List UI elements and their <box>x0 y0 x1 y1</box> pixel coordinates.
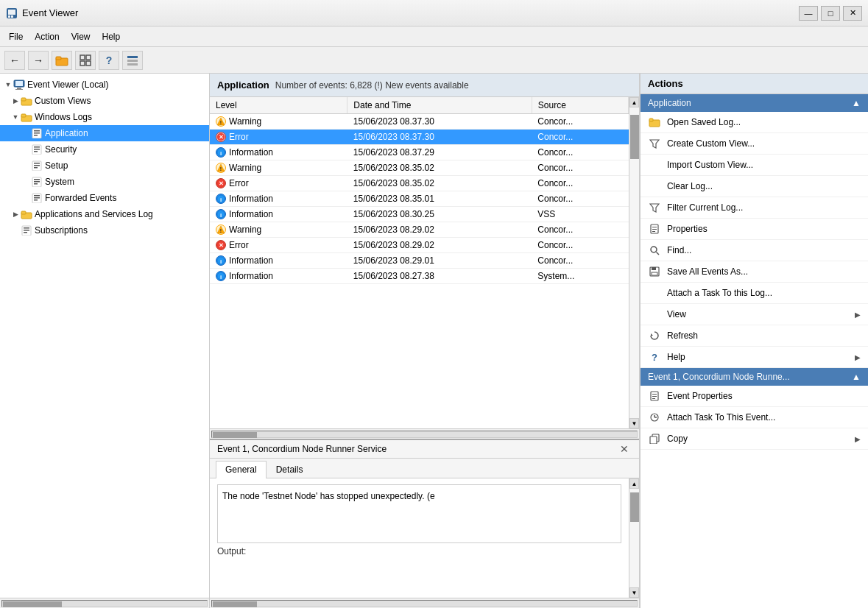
tree-item-security[interactable]: Security <box>0 141 209 158</box>
h-scroll-thumb[interactable] <box>3 601 62 607</box>
table-row[interactable]: !Warning15/06/2023 08.29.02Concor... <box>210 222 629 238</box>
action-properties[interactable]: Properties <box>641 219 868 240</box>
detail-h-scrollbar[interactable] <box>210 598 639 608</box>
view-button[interactable] <box>122 51 143 70</box>
detail-scroll-thumb[interactable] <box>630 492 639 522</box>
cell-datetime: 15/06/2023 08.29.01 <box>347 253 532 269</box>
detail-h-thumb[interactable] <box>213 601 257 607</box>
table-row[interactable]: iInformation15/06/2023 08.27.38System... <box>210 269 629 284</box>
scroll-thumb[interactable] <box>630 115 639 159</box>
action-event-properties[interactable]: Event Properties <box>641 386 868 407</box>
minimize-button[interactable]: — <box>799 6 818 21</box>
detail-title: Event 1, Concordium Node Runner Service <box>217 444 387 454</box>
level-text: Information <box>229 209 273 219</box>
tab-details[interactable]: Details <box>267 461 313 478</box>
detail-scroll-down[interactable]: ▼ <box>629 587 639 598</box>
window-controls[interactable]: — □ ✕ <box>799 6 862 21</box>
tree-h-scrollbar[interactable] <box>0 598 209 608</box>
cell-source: Concor... <box>532 145 628 160</box>
tree-item-app-services[interactable]: ▶ Applications and Services Log <box>0 206 209 222</box>
menu-action[interactable]: Action <box>29 29 65 44</box>
action-find[interactable]: Find... <box>641 240 868 261</box>
table-row[interactable]: iInformation15/06/2023 08.35.01Concor... <box>210 191 629 207</box>
help-arrow-icon: ▶ <box>855 353 861 361</box>
find-icon <box>648 244 661 257</box>
tab-general[interactable]: General <box>216 461 267 478</box>
tree-item-application[interactable]: Application <box>0 125 209 141</box>
level-icon: ! <box>216 116 226 127</box>
scroll-down-btn[interactable]: ▼ <box>629 418 639 428</box>
cell-level: iInformation <box>210 145 347 160</box>
action-open-saved-log[interactable]: Open Saved Log... <box>641 112 868 133</box>
svg-text:!: ! <box>220 120 222 125</box>
table-row[interactable]: ✕Error15/06/2023 08.37.30Concor... <box>210 130 629 145</box>
action-save-all-events[interactable]: Save All Events As... <box>641 261 868 283</box>
tree-item-custom-views[interactable]: ▶ Custom Views <box>0 93 209 109</box>
cell-source: Concor... <box>532 222 628 238</box>
maximize-button[interactable]: □ <box>821 6 840 21</box>
tree-item-forwarded[interactable]: Forwarded Events <box>0 190 209 206</box>
tree-item-root[interactable]: ▼ Event Viewer (Local) <box>0 77 209 93</box>
action-view[interactable]: View ▶ <box>641 304 868 325</box>
event-table: Level Date and Time Source !Warning15/06… <box>210 97 629 284</box>
tree-item-windows-logs[interactable]: ▼ Windows Logs <box>0 109 209 125</box>
table-row[interactable]: !Warning15/06/2023 08.35.02Concor... <box>210 160 629 176</box>
cell-level: ✕Error <box>210 130 347 145</box>
table-row[interactable]: iInformation15/06/2023 08.30.25VSS <box>210 207 629 222</box>
menu-file[interactable]: File <box>3 29 29 44</box>
action-filter-current-log[interactable]: Filter Current Log... <box>641 197 868 219</box>
action-refresh[interactable]: Refresh <box>641 325 868 347</box>
detail-close-button[interactable]: ✕ <box>617 443 632 455</box>
action-clear-log[interactable]: Clear Log... <box>641 176 868 197</box>
svg-rect-2 <box>8 15 10 18</box>
action-import-custom-view[interactable]: Import Custom View... <box>641 155 868 176</box>
menu-help[interactable]: Help <box>96 29 127 44</box>
grid-button[interactable] <box>75 51 96 70</box>
app-icon <box>6 7 18 19</box>
close-button[interactable]: ✕ <box>843 6 862 21</box>
h-scroll-track[interactable] <box>1 600 208 607</box>
menu-view[interactable]: View <box>66 29 96 44</box>
forward-button[interactable]: → <box>28 51 49 70</box>
action-attach-task-event[interactable]: Attach Task To This Event... <box>641 407 868 428</box>
detail-scroll-track[interactable] <box>629 489 639 587</box>
help-toolbar-button[interactable]: ? <box>99 51 119 70</box>
back-button[interactable]: ← <box>4 51 25 70</box>
actions-section-application[interactable]: Application ▲ <box>641 94 868 112</box>
table-row[interactable]: iInformation15/06/2023 08.37.29Concor... <box>210 145 629 160</box>
log-title: Application <box>217 79 269 91</box>
action-copy[interactable]: Copy ▶ <box>641 428 868 450</box>
detail-scroll-up[interactable]: ▲ <box>629 478 639 489</box>
h-scroll-track[interactable] <box>211 431 638 438</box>
action-help[interactable]: ? Help ▶ <box>641 347 868 368</box>
table-row[interactable]: ✕Error15/06/2023 08.35.02Concor... <box>210 176 629 191</box>
cell-datetime: 15/06/2023 08.35.02 <box>347 160 532 176</box>
action-help-label: Help <box>667 352 849 362</box>
action-attach-task-log-label: Attach a Task To this Log... <box>667 288 861 298</box>
detail-v-scrollbar[interactable]: ▲ ▼ <box>629 478 639 598</box>
h-scroll-thumb[interactable] <box>213 432 257 438</box>
action-attach-task-log[interactable]: Attach a Task To this Log... <box>641 283 868 304</box>
col-level: Level <box>210 97 347 114</box>
scroll-up-btn[interactable]: ▲ <box>629 97 639 107</box>
tree-item-subscriptions[interactable]: Subscriptions <box>0 222 209 238</box>
event-table-container[interactable]: Level Date and Time Source !Warning15/06… <box>210 97 629 428</box>
tree-item-system[interactable]: System <box>0 174 209 190</box>
center-v-scrollbar[interactable]: ▲ ▼ <box>629 97 639 428</box>
scroll-track[interactable] <box>629 107 639 418</box>
tree-item-setup[interactable]: Setup <box>0 158 209 174</box>
detail-h-track[interactable] <box>211 600 638 607</box>
table-row[interactable]: !Warning15/06/2023 08.37.30Concor... <box>210 114 629 130</box>
action-filter-current-log-label: Filter Current Log... <box>667 202 861 213</box>
table-row[interactable]: iInformation15/06/2023 08.29.01Concor... <box>210 253 629 269</box>
action-create-custom-view[interactable]: Create Custom View... <box>641 133 868 155</box>
action-save-all-events-label: Save All Events As... <box>667 266 861 277</box>
actions-header: Actions <box>641 74 868 94</box>
window-title: Event Viewer <box>22 7 78 18</box>
open-folder-button[interactable] <box>52 51 72 70</box>
actions-section-event[interactable]: Event 1, Concordium Node Runne... ▲ <box>641 368 868 386</box>
table-row[interactable]: ✕Error15/06/2023 08.29.02Concor... <box>210 238 629 253</box>
svg-text:i: i <box>220 212 222 219</box>
table-h-scrollbar[interactable] <box>210 428 639 439</box>
level-text: Information <box>229 255 273 266</box>
